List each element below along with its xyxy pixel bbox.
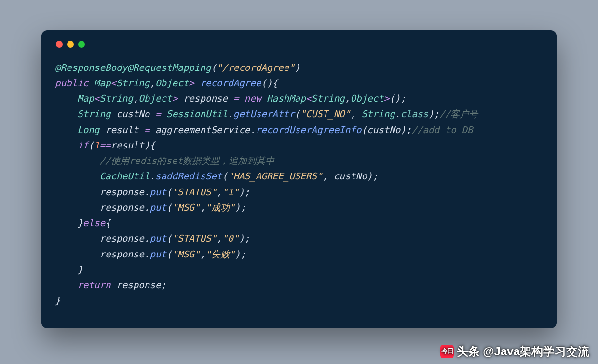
method-put: put <box>150 233 166 244</box>
type-hashmap: HashMap <box>267 93 306 104</box>
var-response: response <box>99 233 144 244</box>
var-custNo: custNo <box>116 108 150 120</box>
keyword-return: return <box>77 280 110 291</box>
string-literal: "1" <box>222 187 239 198</box>
code-window: @ResponseBody@RequestMapping("/recordAgr… <box>41 30 557 328</box>
keyword-new: new <box>245 93 261 104</box>
method-put: put <box>150 202 166 213</box>
string-literal: "MSG" <box>172 202 200 213</box>
type-object: Object <box>350 93 383 104</box>
string-literal: "STATUS" <box>172 233 217 244</box>
keyword-public: public <box>55 78 88 89</box>
comment: //add to DB <box>411 124 473 135</box>
string-literal: "0" <box>222 233 239 244</box>
watermark: 今日 头条 @Java架构学习交流 <box>440 344 589 359</box>
type-string: String <box>361 108 394 120</box>
keyword-else: else <box>83 217 105 229</box>
method-getUserAttr: getUserAttr <box>233 108 295 120</box>
type-string: String <box>116 78 150 89</box>
zoom-icon <box>78 41 85 48</box>
annotation: @RequestMapping <box>127 62 211 73</box>
method-saddRedisSet: saddRedisSet <box>155 171 222 182</box>
close-icon <box>56 41 63 48</box>
type-long: Long <box>77 124 99 135</box>
var-custNo: custNo <box>367 124 400 135</box>
var-response: response <box>116 280 161 291</box>
watermark-prefix: 头条 <box>457 344 480 359</box>
toutiao-logo-icon: 今日 <box>440 345 454 358</box>
string-literal: "成功" <box>205 202 235 213</box>
comment: //客户号 <box>439 108 478 120</box>
prop-class: class <box>400 108 428 120</box>
string-literal: "CUST_NO" <box>300 108 350 120</box>
string-literal: "失败" <box>205 249 235 260</box>
string-literal: "/recordAgree" <box>217 62 295 73</box>
method-recordAgree: recordAgree <box>200 78 261 89</box>
string-literal: "MSG" <box>172 249 200 260</box>
number-literal: 1 <box>94 140 100 151</box>
var-aggreementService: aggreementService <box>155 124 250 135</box>
method-put: put <box>150 187 166 198</box>
type-string: String <box>99 93 133 104</box>
type-sessionutil: SessionUtil <box>166 108 228 120</box>
var-response: response <box>99 249 144 260</box>
var-response: response <box>183 93 228 104</box>
string-literal: "STATUS" <box>172 187 217 198</box>
type-string: String <box>312 93 345 104</box>
traffic-lights <box>56 41 543 48</box>
method-recordUserAgreeInfo: recordUserAgreeInfo <box>256 124 362 135</box>
method-put: put <box>150 249 166 260</box>
type-object: Object <box>155 78 189 89</box>
string-literal: "HAS_AGREE_USERS" <box>228 171 322 182</box>
code-block: @ResponseBody@RequestMapping("/recordAgr… <box>55 60 543 309</box>
var-response: response <box>99 187 144 198</box>
type-map: Map <box>77 93 94 104</box>
keyword-if: if <box>77 140 88 151</box>
type-map: Map <box>94 78 111 89</box>
type-object: Object <box>138 93 172 104</box>
var-response: response <box>99 202 144 213</box>
minimize-icon <box>67 41 74 48</box>
type-string: String <box>77 108 110 120</box>
watermark-handle: @Java架构学习交流 <box>483 344 589 359</box>
comment: //使用redis的set数据类型，追加到其中 <box>99 155 274 166</box>
var-result: result <box>105 124 138 135</box>
type-cacheutil: CacheUtil <box>99 171 150 182</box>
var-result: result <box>111 140 144 151</box>
annotation: @ResponseBody <box>55 62 127 73</box>
var-custNo: custNo <box>334 171 367 182</box>
